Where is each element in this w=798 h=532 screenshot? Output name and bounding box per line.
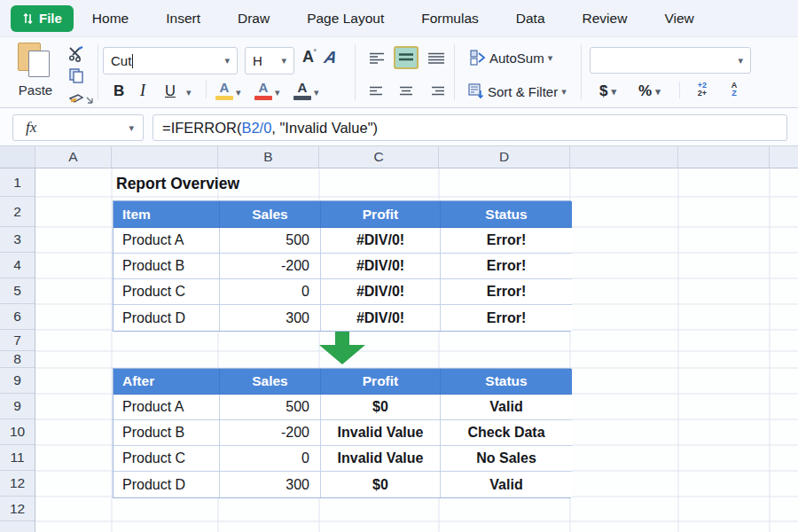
cell-sales[interactable]: 300: [220, 305, 321, 331]
menu-tab-page-layout[interactable]: Page Layout: [288, 11, 403, 27]
cell-sales[interactable]: -200: [220, 254, 321, 279]
cell-item[interactable]: Product B: [113, 420, 220, 446]
function-name-box[interactable]: fx ▾: [12, 114, 144, 141]
cell-item[interactable]: Product A: [113, 228, 220, 254]
font-color-button[interactable]: A: [254, 82, 273, 100]
header-cell-status[interactable]: Status: [441, 369, 572, 395]
row-header[interactable]: 9: [0, 368, 35, 394]
align-center-button[interactable]: [394, 46, 419, 69]
align-justify-button[interactable]: [424, 47, 449, 70]
cell-item[interactable]: Product B: [113, 254, 220, 279]
cell-item[interactable]: Product C: [113, 446, 220, 472]
row-header[interactable]: 6: [0, 304, 35, 330]
increase-decimal-icon[interactable]: +2 2+: [693, 82, 711, 103]
cell-profit[interactable]: $0: [321, 472, 441, 497]
cell-status[interactable]: Error!: [441, 279, 572, 305]
cell-status[interactable]: Error!: [441, 254, 572, 279]
cell-status[interactable]: No Sales: [441, 446, 572, 472]
menu-tab-data[interactable]: Data: [497, 11, 564, 27]
cell-profit[interactable]: Invalid Value: [321, 420, 441, 446]
cell-profit[interactable]: #DIV/0!: [321, 254, 441, 279]
font-color-dropdown[interactable]: ▾: [275, 87, 280, 98]
cut-scissors-icon[interactable]: [67, 45, 85, 63]
cell-item[interactable]: Product D: [113, 305, 220, 331]
menu-tab-draw[interactable]: Draw: [219, 11, 288, 27]
cell-status[interactable]: Error!: [441, 228, 572, 254]
cell-item[interactable]: Product C: [113, 279, 220, 305]
format-painter-icon[interactable]: [67, 88, 85, 106]
cell-sales[interactable]: 500: [220, 228, 321, 254]
cell-item[interactable]: Product D: [113, 472, 220, 497]
clipboard-dialog-launcher-icon[interactable]: [85, 96, 94, 105]
header-cell-sales[interactable]: Sales: [220, 369, 321, 395]
row-header[interactable]: 8: [0, 351, 35, 368]
increase-indent-button[interactable]: [424, 80, 449, 103]
currency-format-button[interactable]: $ ▾: [599, 82, 616, 100]
underline-dropdown[interactable]: ▾: [186, 87, 192, 98]
row-header[interactable]: 3: [0, 227, 35, 253]
cell-status[interactable]: Valid: [441, 472, 572, 497]
column-header-d[interactable]: D: [439, 146, 570, 168]
row-header[interactable]: 2: [0, 197, 35, 227]
cell-profit[interactable]: $0: [321, 395, 441, 420]
decrease-font-size-button[interactable]: A: [323, 48, 339, 67]
column-header-blank-1[interactable]: [112, 146, 218, 168]
italic-button[interactable]: I: [140, 82, 145, 100]
menu-tab-insert[interactable]: Insert: [147, 11, 219, 27]
column-header-c[interactable]: C: [319, 146, 439, 168]
cell-sales[interactable]: 0: [220, 279, 321, 305]
cell-item[interactable]: Product A: [113, 395, 220, 420]
cell-profit[interactable]: #DIV/0!: [321, 279, 441, 305]
fill-color-dropdown[interactable]: ▾: [314, 87, 319, 98]
center-text-button[interactable]: [394, 80, 419, 103]
column-header-blank-4[interactable]: [770, 146, 798, 168]
row-header[interactable]: 5: [0, 278, 35, 304]
fill-color-button[interactable]: A: [293, 82, 312, 100]
font-name-combo[interactable]: Cut ▾: [103, 47, 238, 74]
font-size-combo[interactable]: H ▾: [245, 47, 294, 74]
header-cell-sales[interactable]: Sales: [220, 201, 321, 228]
percent-format-button[interactable]: % ▾: [638, 82, 661, 100]
formula-input[interactable]: =IFERROR(B2/0, "Invalid Value"): [153, 114, 787, 141]
sheet-title-cell[interactable]: Report Overview: [116, 175, 239, 193]
row-header[interactable]: 7: [0, 330, 35, 351]
cell-profit[interactable]: #DIV/0!: [321, 305, 441, 331]
highlight-color-button[interactable]: A: [215, 82, 234, 100]
header-cell-profit[interactable]: Profit: [321, 369, 441, 395]
menu-tab-review[interactable]: Review: [564, 11, 646, 27]
cell-status[interactable]: Error!: [441, 305, 572, 331]
select-all-corner[interactable]: [0, 146, 35, 168]
cell-profit[interactable]: #DIV/0!: [321, 228, 441, 254]
row-header[interactable]: 4: [0, 253, 35, 278]
header-cell-status[interactable]: Status: [441, 201, 572, 228]
paste-button[interactable]: Paste: [12, 43, 59, 98]
copy-icon[interactable]: [67, 66, 85, 84]
header-cell-item[interactable]: Item: [113, 201, 220, 228]
cell-status[interactable]: Valid: [441, 395, 572, 420]
number-format-combo[interactable]: ▾: [590, 47, 751, 74]
column-header-blank-2[interactable]: [570, 146, 678, 168]
cell-sales[interactable]: 300: [220, 472, 321, 497]
sort-az-icon[interactable]: A Z: [725, 82, 743, 103]
menu-tab-formulas[interactable]: Formulas: [403, 11, 497, 27]
row-header[interactable]: 12: [0, 497, 35, 521]
header-cell-profit[interactable]: Profit: [321, 201, 441, 228]
cell-status[interactable]: Check Data: [441, 420, 572, 446]
row-header[interactable]: 1: [0, 168, 35, 197]
menu-tab-home[interactable]: Home: [74, 11, 147, 27]
column-header-a[interactable]: A: [35, 146, 112, 168]
file-menu-button[interactable]: File: [11, 5, 74, 32]
row-header[interactable]: 9: [0, 394, 35, 419]
bold-button[interactable]: B: [113, 82, 124, 100]
cell-sales[interactable]: 0: [220, 446, 321, 472]
cell-sales[interactable]: -200: [220, 420, 321, 446]
decrease-indent-button[interactable]: [365, 80, 390, 103]
row-header[interactable]: 12: [0, 471, 35, 497]
cell-sales[interactable]: 500: [220, 395, 321, 420]
sort-filter-button[interactable]: Sort & Filter ▾: [468, 83, 567, 99]
row-header[interactable]: 10: [0, 419, 35, 445]
row-header[interactable]: 11: [0, 445, 35, 471]
highlight-color-dropdown[interactable]: ▾: [236, 87, 241, 98]
cell-profit[interactable]: Invalid Value: [321, 446, 441, 472]
header-cell-after[interactable]: After: [113, 369, 220, 395]
